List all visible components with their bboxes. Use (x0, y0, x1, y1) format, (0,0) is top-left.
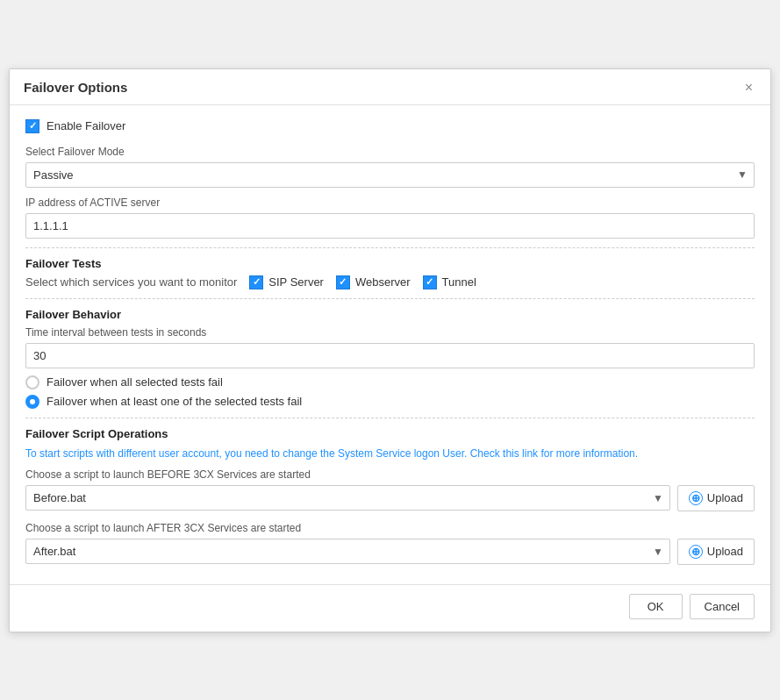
before-script-row: Before.bat ▼ ⊕ Upload (25, 485, 755, 511)
select-mode-section: Select Failover Mode Passive Active ▼ (25, 146, 755, 188)
radio-all-fail[interactable] (25, 375, 39, 389)
enable-failover-checkbox[interactable] (25, 119, 39, 133)
interval-label: Time interval between tests in seconds (25, 326, 755, 339)
radio-one-fail[interactable] (25, 395, 39, 409)
monitor-row: Select which services you want to monito… (25, 275, 755, 289)
after-select-wrapper: After.bat ▼ (25, 539, 670, 564)
failover-options-dialog: Failover Options × Enable Failover Selec… (9, 68, 771, 632)
webserver-item: Webserver (336, 275, 411, 289)
dialog-body: Enable Failover Select Failover Mode Pas… (10, 105, 770, 584)
after-upload-label: Upload (707, 545, 743, 558)
radio-one-fail-label: Failover when at least one of the select… (47, 395, 302, 408)
monitor-label: Select which services you want to monito… (25, 275, 237, 289)
ip-address-section: IP address of ACTIVE server (25, 196, 755, 239)
divider-3 (25, 418, 755, 418)
ip-address-input[interactable] (25, 213, 755, 239)
before-upload-label: Upload (707, 491, 743, 504)
failover-mode-select[interactable]: Passive Active (25, 162, 755, 188)
divider-1 (25, 247, 755, 248)
failover-tests-section: Failover Tests Select which services you… (25, 257, 755, 289)
radio-one-fail-row: Failover when at least one of the select… (25, 395, 755, 409)
radio-all-fail-label: Failover when all selected tests fail (47, 375, 223, 389)
close-button[interactable]: × (741, 80, 756, 96)
script-info-text: To start scripts with different user acc… (25, 446, 755, 461)
tunnel-label: Tunnel (442, 275, 476, 289)
enable-failover-label: Enable Failover (47, 119, 125, 132)
before-upload-button[interactable]: ⊕ Upload (677, 485, 755, 511)
before-script-select[interactable]: Before.bat (25, 485, 670, 511)
cancel-button[interactable]: Cancel (690, 594, 755, 619)
after-upload-button[interactable]: ⊕ Upload (677, 539, 755, 565)
script-operations-section: Failover Script Operations To start scri… (25, 427, 755, 565)
before-upload-icon: ⊕ (689, 491, 703, 505)
sip-server-checkbox[interactable] (249, 275, 263, 289)
after-script-label: Choose a script to launch AFTER 3CX Serv… (25, 522, 755, 534)
dialog-header: Failover Options × (10, 69, 770, 105)
enable-failover-row: Enable Failover (25, 119, 755, 133)
webserver-checkbox[interactable] (336, 275, 350, 289)
before-script-label: Choose a script to launch BEFORE 3CX Ser… (25, 468, 755, 481)
tunnel-checkbox[interactable] (423, 275, 437, 289)
sip-server-item: SIP Server (249, 275, 324, 289)
webserver-label: Webserver (355, 275, 411, 289)
dialog-footer: OK Cancel (10, 584, 770, 632)
failover-behavior-section: Failover Behavior Time interval between … (25, 308, 755, 409)
script-ops-heading: Failover Script Operations (25, 427, 755, 440)
failover-tests-heading: Failover Tests (25, 257, 755, 270)
select-mode-wrapper: Passive Active ▼ (25, 162, 755, 188)
tunnel-item: Tunnel (423, 275, 476, 289)
after-upload-icon: ⊕ (689, 545, 703, 559)
after-script-select[interactable]: After.bat (25, 539, 670, 564)
failover-behavior-heading: Failover Behavior (25, 308, 755, 321)
ip-address-label: IP address of ACTIVE server (25, 196, 755, 209)
interval-row: Time interval between tests in seconds (25, 326, 755, 368)
interval-input[interactable] (25, 343, 755, 368)
sip-server-label: SIP Server (268, 275, 324, 289)
divider-2 (25, 298, 755, 299)
after-script-row: After.bat ▼ ⊕ Upload (25, 539, 755, 565)
dialog-title: Failover Options (24, 80, 127, 95)
ok-button[interactable]: OK (629, 594, 683, 619)
radio-all-fail-row: Failover when all selected tests fail (25, 375, 755, 389)
select-mode-label: Select Failover Mode (25, 146, 755, 158)
before-select-wrapper: Before.bat ▼ (25, 485, 670, 511)
